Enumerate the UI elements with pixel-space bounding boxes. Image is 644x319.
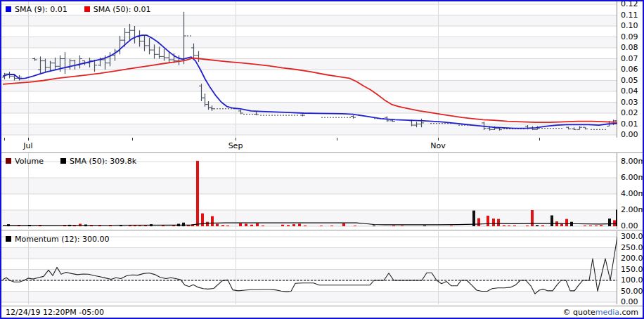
price-y-tick-label: 0.05: [621, 76, 638, 86]
price-legend: SMA (9): 0.01 SMA (50): 0.01: [6, 4, 168, 14]
legend-label-volume-sma: SMA (50): 309.8k: [70, 157, 136, 166]
stock-chart-widget: SMA (9): 0.01 SMA (50): 0.01 0.120.110.1…: [0, 0, 644, 319]
price-y-tick-label: 0.02: [621, 108, 638, 118]
x-axis-tick: [438, 138, 439, 141]
volume-y-tick-label: 4.00m: [621, 189, 644, 199]
legend-item-volume-sma: SMA (50): 309.8k: [60, 157, 136, 166]
credit-suffix: .com: [619, 308, 638, 317]
volume-y-tick-label: 8.00m: [621, 157, 644, 167]
momentum-y-tick-label: 300.00: [621, 232, 644, 242]
x-axis-tick: [28, 138, 29, 141]
momentum-y-tick-label: 250.00: [621, 243, 644, 253]
x-axis-label-nov: Nov: [430, 141, 445, 150]
price-y-tick-label: 0.07: [621, 54, 638, 64]
credit-prefix: © quote: [562, 308, 595, 317]
price-y-tick-label: 0.11: [621, 11, 638, 20]
legend-item-sma50: SMA (50): 0.01: [84, 5, 151, 14]
sma9-swatch-icon: [6, 6, 11, 12]
legend-label-volume: Volume: [15, 157, 44, 166]
price-y-tick-label: 0.00: [621, 130, 638, 140]
volume-sma-swatch-icon: [60, 158, 66, 164]
date-axis: JulSepNov: [1, 138, 617, 152]
x-axis-tick: [236, 138, 236, 141]
price-y-tick-label: 0.09: [621, 32, 638, 42]
momentum-y-tick-label: 150.00: [621, 265, 644, 275]
momentum-y-tick-label: 50.00: [621, 287, 643, 297]
momentum-y-tick-label: 200.00: [621, 254, 644, 263]
price-y-tick-label: 0.03: [621, 98, 638, 108]
legend-label-momentum: Momentum (12): 300.00: [15, 235, 109, 244]
volume-legend: Volume SMA (50): 309.8k: [6, 156, 153, 166]
price-y-tick-label: 0.04: [621, 86, 638, 96]
legend-label-sma50: SMA (50): 0.01: [94, 5, 151, 14]
price-y-tick-label: 0.06: [621, 65, 638, 74]
panel-separator: [1, 230, 644, 230]
x-axis-tick: [132, 138, 133, 141]
volume-swatch-icon: [6, 158, 11, 164]
credit-brand: media: [595, 308, 619, 317]
momentum-swatch-icon: [6, 236, 11, 242]
x-axis-label-jul: Jul: [23, 141, 32, 150]
price-y-tick-label: 0.12: [621, 0, 638, 9]
momentum-legend: Momentum (12): 300.00: [6, 234, 126, 244]
quotemedia-credit-link[interactable]: © quotemedia.com: [562, 308, 638, 317]
legend-label-sma9: SMA (9): 0.01: [15, 5, 67, 14]
x-axis-tick: [4, 138, 5, 141]
price-y-tick-label: 0.01: [621, 119, 638, 129]
volume-y-tick-label: 6.00m: [621, 173, 644, 183]
momentum-y-axis: 300.00250.00200.00150.00100.0050.000.00: [619, 231, 643, 304]
timestamp: 12/24/19 12:20PM -05:00: [6, 308, 104, 317]
legend-item-sma9: SMA (9): 0.01: [6, 5, 67, 14]
volume-y-tick-label: 2.00m: [621, 205, 644, 215]
sma50-swatch-icon: [84, 6, 90, 12]
legend-item-volume: Volume: [6, 157, 44, 166]
footer: 12/24/19 12:20PM -05:00 © quotemedia.com: [1, 306, 643, 318]
price-y-tick-label: 0.10: [621, 21, 638, 31]
legend-item-momentum: Momentum (12): 300.00: [6, 235, 109, 244]
price-y-tick-label: 0.08: [621, 43, 638, 53]
x-axis-tick: [539, 138, 540, 141]
volume-y-axis: 8.00m6.00m4.00m2.00m0.00: [619, 153, 643, 229]
price-plot: [1, 1, 617, 138]
x-axis-label-sep: Sep: [228, 141, 243, 150]
momentum-y-tick-label: 100.00: [621, 275, 644, 285]
x-axis-tick: [337, 138, 337, 141]
price-y-axis: 0.120.110.100.090.080.070.060.050.040.03…: [619, 1, 643, 138]
